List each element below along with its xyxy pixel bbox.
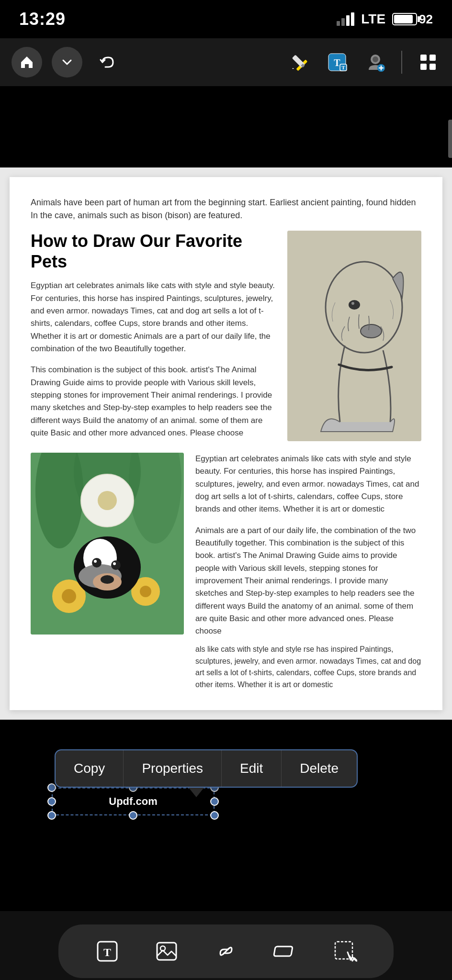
undo-button[interactable] [92,47,123,78]
copy-button[interactable]: Copy [56,750,124,787]
body-text-4: Animals are a part of our daily life, th… [195,524,421,638]
doc-page: Animals have been part of human art from… [10,177,442,710]
svg-point-16 [361,324,382,338]
svg-point-24 [98,491,117,510]
svg-text:T: T [334,57,340,68]
bottom-toolbar: T [0,911,452,980]
annotate-button[interactable] [286,50,311,75]
selection-handle-bl[interactable] [47,811,56,820]
svg-point-33 [101,575,114,584]
continuation-row: als like cats with style and style rse h… [31,644,421,691]
app-toolbar: T T [0,38,452,86]
select-tool-button[interactable] [328,934,362,969]
two-col-top: How to Draw Our Favorite Pets Egyptian a… [31,231,421,441]
svg-rect-12 [420,64,427,70]
text-tool-button[interactable]: T [90,934,124,969]
menu-arrow [189,788,204,797]
pet-photo-svg [31,453,184,635]
svg-point-26 [62,589,76,603]
svg-rect-14 [287,231,421,441]
svg-point-8 [373,56,378,62]
status-right: LTE 92 [337,11,433,27]
col-right-text: Egyptian art celebrates animals like cat… [195,453,421,638]
signal-icon [337,12,354,26]
watermark-text: Updf.com [109,795,157,808]
svg-point-34 [92,558,102,568]
bottom-content [0,720,452,911]
text-recognize-button[interactable]: T T [325,50,350,75]
continuation-left-spacer [31,644,184,691]
intro-text: Animals have been part of human art from… [31,196,421,222]
two-col-bottom: Copy Properties Edit Delete Updf.com [31,453,421,638]
properties-button[interactable]: Properties [124,750,222,787]
continuation-right-text: als like cats with style and style rse h… [195,644,421,691]
dog-sketch-svg [287,231,421,441]
scroll-indicator[interactable] [448,120,452,158]
dog-sketch-image [287,231,421,441]
svg-point-17 [349,300,360,310]
col-left-text: How to Draw Our Favorite Pets Egyptian a… [31,231,276,441]
lte-label: LTE [361,11,385,27]
continuation-text: als like cats with style and style rse h… [195,644,421,691]
bottom-tools-container: T [58,924,394,978]
svg-rect-11 [429,55,436,61]
image-tool-button[interactable] [149,934,184,969]
svg-text:T: T [103,946,111,958]
selection-handle-mr[interactable] [210,797,219,806]
svg-rect-10 [420,55,427,61]
battery-indicator: 92 [392,12,433,27]
status-bar: 13:29 LTE 92 [0,0,452,38]
add-content-button[interactable] [363,50,388,75]
svg-rect-40 [157,943,176,960]
document-area: Animals have been part of human art from… [0,167,452,720]
svg-point-36 [111,560,121,570]
svg-point-18 [351,302,354,305]
body-text-1: Egyptian art celebrates animals like cat… [31,279,276,355]
edit-button[interactable]: Edit [222,750,282,787]
page-heading: How to Draw Our Favorite Pets [31,231,276,272]
svg-point-35 [94,560,97,563]
link-tool-button[interactable] [209,934,243,969]
svg-point-37 [113,562,116,565]
battery-percent: 92 [419,12,433,27]
selection-handle-ml[interactable] [47,797,56,806]
toolbar-right-icons: T T [286,50,441,75]
body-text-3: Egyptian art celebrates animals like cat… [195,453,421,516]
col-right-image [287,231,421,441]
delete-button[interactable]: Delete [282,750,357,787]
shape-tool-button[interactable] [268,934,303,969]
svg-point-28 [140,586,151,597]
svg-rect-13 [429,64,436,70]
svg-rect-43 [274,947,293,956]
selection-handle-bm[interactable] [129,811,137,820]
toolbar-divider [401,51,402,74]
svg-text:T: T [341,65,345,70]
grid-button[interactable] [416,50,441,75]
selection-handle-br[interactable] [210,811,219,820]
battery-icon [392,13,417,25]
dark-band [0,86,452,167]
body-text-2: This combination is the subject of this … [31,364,276,439]
pet-photo [31,453,184,635]
col-left-image: Copy Properties Edit Delete Updf.com [31,453,184,638]
context-menu-wrapper: Copy Properties Edit Delete [55,749,358,788]
home-button[interactable] [11,47,42,78]
dropdown-button[interactable] [52,47,82,78]
context-menu: Copy Properties Edit Delete [55,749,358,788]
status-time: 13:29 [19,9,66,29]
